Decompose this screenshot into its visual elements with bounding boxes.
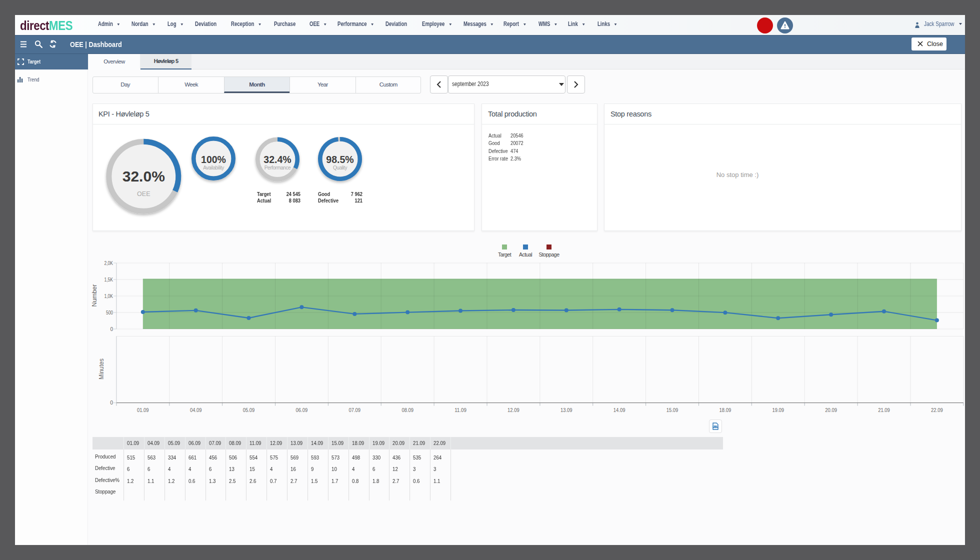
svg-text:12.09: 12.09 (508, 407, 520, 413)
svg-text:0: 0 (110, 400, 113, 406)
svg-text:32.4%: 32.4% (264, 154, 291, 165)
svg-text:07.09: 07.09 (349, 407, 361, 413)
svg-text:05.09: 05.09 (243, 407, 255, 413)
svg-text:22.09: 22.09 (931, 407, 943, 413)
svg-text:06.09: 06.09 (296, 407, 308, 413)
svg-text:08.09: 08.09 (402, 407, 414, 413)
svg-text:0: 0 (110, 326, 113, 332)
svg-text:Performance: Performance (264, 165, 291, 170)
svg-text:18.09: 18.09 (720, 407, 732, 413)
svg-text:Number: Number (91, 284, 98, 307)
svg-text:20.09: 20.09 (825, 407, 837, 413)
svg-text:1,5K: 1,5K (104, 276, 114, 282)
svg-text:13.09: 13.09 (560, 407, 572, 413)
svg-text:100%: 100% (201, 154, 226, 165)
svg-text:32.0%: 32.0% (122, 168, 165, 184)
svg-text:1,0K: 1,0K (104, 293, 114, 299)
svg-text:11.09: 11.09 (454, 407, 466, 413)
svg-text:OEE: OEE (137, 190, 150, 198)
svg-text:Availability: Availability (203, 165, 224, 170)
svg-text:19.09: 19.09 (772, 407, 784, 413)
svg-text:01.09: 01.09 (137, 407, 149, 413)
svg-text:Quality: Quality (333, 165, 347, 170)
svg-text:21.09: 21.09 (878, 407, 890, 413)
svg-text:14.09: 14.09 (614, 407, 626, 413)
svg-text:98.5%: 98.5% (326, 154, 354, 165)
svg-text:04.09: 04.09 (190, 407, 202, 413)
svg-text:Minutes: Minutes (98, 358, 105, 380)
svg-text:2,0K: 2,0K (104, 260, 114, 266)
svg-text:500: 500 (106, 310, 113, 316)
svg-text:15.09: 15.09 (666, 407, 678, 413)
